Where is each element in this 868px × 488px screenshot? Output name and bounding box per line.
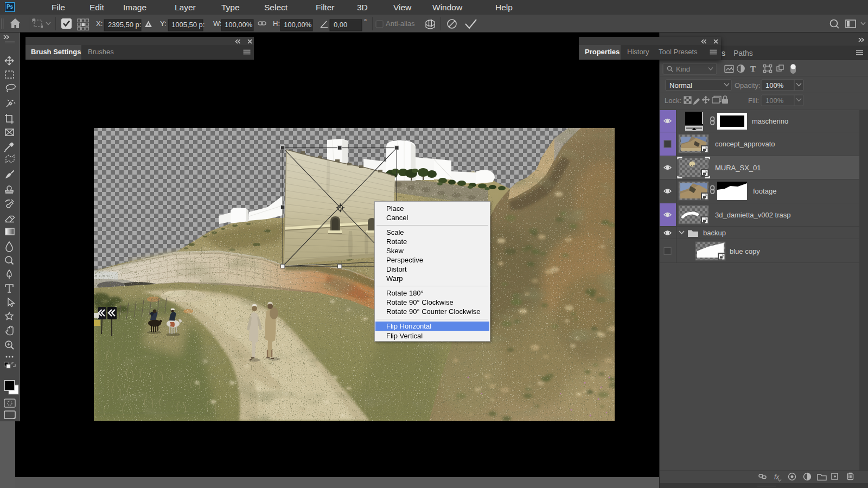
- svg-text:3d_damietta_v002 trasp: 3d_damietta_v002 trasp: [715, 211, 790, 219]
- svg-text:1005,50 p:: 1005,50 p:: [171, 21, 205, 29]
- svg-text:H:: H:: [273, 20, 280, 28]
- svg-text:°: °: [364, 17, 367, 25]
- svg-text:Normal: Normal: [669, 81, 692, 89]
- svg-text:s: s: [722, 49, 725, 57]
- svg-text:W:: W:: [213, 20, 222, 28]
- svg-text:0,00: 0,00: [334, 21, 347, 29]
- svg-text:fx: fx: [774, 473, 780, 481]
- svg-text:100%: 100%: [765, 81, 784, 89]
- svg-text:100,00%: 100,00%: [225, 21, 253, 29]
- svg-text:100,00%: 100,00%: [284, 21, 312, 29]
- svg-text:100%: 100%: [765, 97, 784, 105]
- svg-text:footage: footage: [753, 187, 776, 195]
- svg-text:X:: X:: [96, 20, 103, 28]
- svg-text:Lock:: Lock:: [665, 97, 681, 105]
- svg-text:Paths: Paths: [733, 49, 753, 57]
- svg-text:2395,50 p:: 2395,50 p:: [108, 21, 141, 29]
- svg-text:mascherino: mascherino: [752, 117, 788, 125]
- svg-text:Y:: Y:: [160, 20, 167, 28]
- svg-text:Opacity:: Opacity:: [735, 81, 761, 89]
- svg-text:T: T: [750, 65, 756, 73]
- svg-text:concept_approvato: concept_approvato: [715, 140, 775, 148]
- svg-text:Anti-alias: Anti-alias: [386, 20, 415, 28]
- svg-text:MURA_SX_01: MURA_SX_01: [715, 164, 761, 172]
- svg-text:Kind: Kind: [676, 65, 690, 73]
- svg-text:blue copy: blue copy: [730, 247, 760, 255]
- svg-text:Fill:: Fill:: [748, 97, 759, 105]
- svg-text:backup: backup: [703, 229, 726, 237]
